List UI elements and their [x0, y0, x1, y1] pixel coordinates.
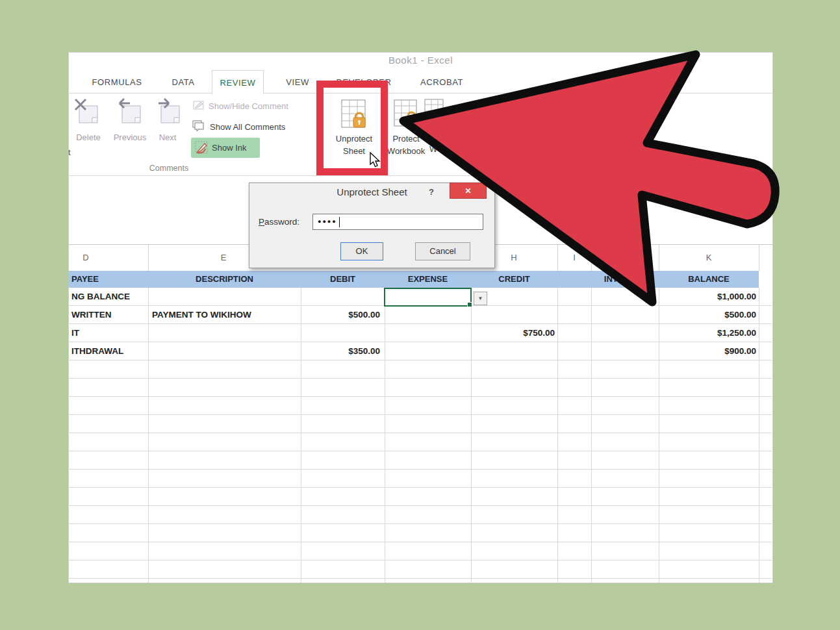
- show-ink-icon: [195, 141, 209, 155]
- cell-credit-3[interactable]: $750.00: [471, 324, 555, 342]
- header-description: DESCRIPTION: [148, 271, 301, 288]
- header-credit: CREDIT: [471, 271, 557, 288]
- cell-debit-4[interactable]: $350.00: [302, 342, 380, 360]
- previous-label: Previous: [109, 132, 151, 144]
- password-label-accesskey: P: [259, 217, 264, 227]
- filter-dropdown-button[interactable]: ▼: [474, 292, 487, 305]
- grid-vline: [557, 288, 558, 583]
- unprotect-sheet-dialog: Unprotect Sheet ? ✕ Password: ●●●● OK Ca…: [249, 183, 495, 268]
- column-letter-d[interactable]: D: [78, 247, 94, 269]
- fill-handle[interactable]: [467, 302, 472, 307]
- help-icon[interactable]: ?: [429, 187, 434, 197]
- column-letter-e[interactable]: E: [216, 247, 231, 269]
- protect-workbook-button[interactable]: Protect Workbook: [383, 96, 429, 161]
- header-payee: PAYEE: [71, 271, 99, 288]
- show-ink-button[interactable]: Show Ink: [191, 138, 260, 158]
- grid-vline: [591, 245, 592, 271]
- column-letter-h[interactable]: H: [506, 247, 522, 269]
- tab-formulas[interactable]: FORMULAS: [84, 74, 149, 91]
- cell-description-2[interactable]: PAYMENT TO WIKIHOW: [152, 306, 251, 324]
- share-workbook-partial-icon: [424, 98, 444, 119]
- selected-cell[interactable]: [384, 288, 472, 307]
- password-input[interactable]: ●●●●: [312, 214, 483, 230]
- grid-vline: [557, 245, 558, 271]
- header-expense: EXPENSE: [385, 271, 471, 288]
- cell-payee-4[interactable]: ITHDRAWAL: [71, 342, 123, 360]
- tab-data[interactable]: DATA: [164, 74, 203, 91]
- ribbon-bottom-divider: [68, 175, 773, 176]
- grid-vline: [148, 288, 149, 583]
- grid-vline: [591, 288, 592, 583]
- close-icon[interactable]: ✕: [450, 183, 487, 199]
- password-masked-value: ●●●●: [318, 214, 337, 229]
- tab-review-label: REVIEW: [212, 75, 263, 92]
- show-ink-label: Show Ink: [212, 142, 246, 154]
- show-hide-comment-label: Show/Hide Comment: [209, 101, 288, 112]
- cell-debit-2[interactable]: $500.00: [302, 306, 380, 324]
- share-workbook-partial-label: W: [429, 144, 437, 155]
- header-interest: INTEREST: [591, 271, 659, 288]
- column-letter-k[interactable]: K: [701, 247, 717, 269]
- tab-review[interactable]: REVIEW: [212, 70, 264, 94]
- grid-vline: [301, 288, 301, 583]
- header-debit: DEBIT: [301, 271, 385, 288]
- cell-balance-4[interactable]: $900.00: [659, 342, 756, 360]
- next-label: Next: [148, 132, 187, 144]
- tab-row-divider: [68, 93, 773, 94]
- grid-vline: [759, 245, 759, 271]
- ok-button[interactable]: OK: [340, 242, 383, 260]
- text-caret: [339, 217, 340, 227]
- show-all-comments-label: Show All Comments: [210, 121, 285, 133]
- comments-group-label: Comments: [136, 164, 201, 173]
- show-all-comments-button[interactable]: [192, 120, 205, 134]
- cell-balance-2[interactable]: $500.00: [659, 306, 756, 324]
- delete-page-icon: [73, 97, 103, 127]
- cell-payee-2[interactable]: WRITTEN: [71, 306, 112, 324]
- cell-payee-3[interactable]: IT: [71, 324, 79, 342]
- tab-view[interactable]: VIEW: [278, 74, 317, 91]
- show-all-comments-icon: [192, 120, 205, 132]
- show-hide-comment-icon: [193, 100, 205, 110]
- password-label-rest: assword:: [264, 217, 299, 227]
- grid-vline: [148, 245, 149, 271]
- password-label: Password:: [259, 217, 299, 227]
- previous-page-icon: [116, 97, 146, 127]
- protect-workbook-label-2: Workbook: [383, 145, 429, 157]
- column-letter-i[interactable]: I: [566, 247, 582, 269]
- next-comment-button[interactable]: [155, 97, 185, 129]
- window-title: Book1 - Excel: [68, 55, 773, 66]
- protect-workbook-label-1: Protect: [387, 133, 426, 145]
- tab-acrobat[interactable]: ACROBAT: [416, 74, 468, 91]
- cancel-button[interactable]: Cancel: [415, 242, 470, 260]
- next-page-icon: [155, 97, 185, 127]
- grid-vline: [385, 288, 385, 583]
- grid-vline: [659, 245, 659, 271]
- grid-vline: [759, 288, 759, 583]
- header-balance: BALANCE: [659, 271, 759, 288]
- cell-balance-3[interactable]: $1,250.00: [659, 324, 756, 342]
- protect-workbook-icon: [392, 97, 424, 131]
- delete-label: Delete: [69, 132, 108, 144]
- table-header-row: PAYEE DESCRIPTION DEBIT EXPENSE CREDIT I…: [68, 271, 759, 288]
- previous-comment-button[interactable]: [116, 97, 146, 129]
- cell-payee-1[interactable]: NG BALANCE: [71, 288, 130, 306]
- show-hide-comment-button[interactable]: [193, 100, 205, 113]
- delete-comment-button[interactable]: [73, 97, 103, 129]
- cell-balance-1[interactable]: $1,000.00: [659, 288, 756, 306]
- unprotect-highlight-box: [316, 81, 388, 175]
- clipped-label-fragment: t: [68, 147, 71, 156]
